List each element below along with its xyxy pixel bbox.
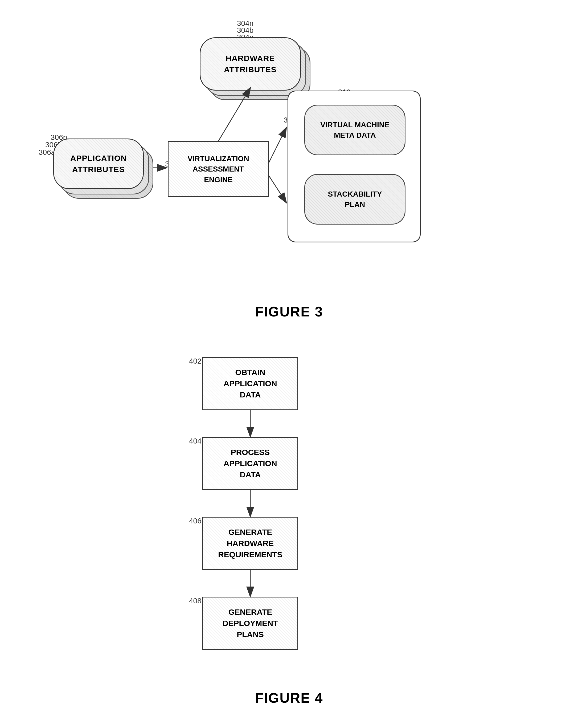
step-406-label: GENERATEHARDWAREREQUIREMENTS xyxy=(218,527,282,560)
ref-408: 408 xyxy=(189,597,201,605)
page-container: 304n 304b 304a HARDWAREATTRIBUTES 306n 3… xyxy=(0,0,578,728)
figure4-label: FIGURE 4 xyxy=(255,690,323,706)
ref-406: 406 xyxy=(189,517,201,525)
figure3-area: 304n 304b 304a HARDWAREATTRIBUTES 306n 3… xyxy=(0,11,578,330)
figure4-area: 402 OBTAINAPPLICATIONDATA 404 PROCESSAPP… xyxy=(0,346,578,717)
flow-box-408: GENERATEDEPLOYMENTPLANS xyxy=(202,597,298,650)
vm-metadata-cloud: VIRTUAL MACHINEMETA DATA xyxy=(304,105,406,155)
stackability-plan-cloud: STACKABILITYPLAN xyxy=(304,174,406,225)
application-attributes-label: APPLICATIONATTRIBUTES xyxy=(70,153,127,175)
flow-box-404: PROCESSAPPLICATIONDATA xyxy=(202,437,298,490)
step-404-label: PROCESSAPPLICATIONDATA xyxy=(223,447,277,480)
stackability-plan-label: STACKABILITYPLAN xyxy=(328,189,382,210)
flow-box-406: GENERATEHARDWAREREQUIREMENTS xyxy=(202,517,298,570)
ref-306a: 306a xyxy=(38,148,55,157)
ref-404: 404 xyxy=(189,437,201,445)
svg-line-4 xyxy=(269,128,286,162)
flow-box-402: OBTAINAPPLICATIONDATA xyxy=(202,357,298,410)
vae-box: VIRTUALIZATIONASSESSMENTENGINE xyxy=(168,141,269,197)
svg-line-5 xyxy=(269,176,286,203)
step-408-label: GENERATEDEPLOYMENTPLANS xyxy=(223,606,278,640)
step-402-label: OBTAINAPPLICATIONDATA xyxy=(223,367,277,400)
right-container: VIRTUAL MACHINEMETA DATA STACKABILITYPLA… xyxy=(287,90,421,242)
vm-metadata-label: VIRTUAL MACHINEMETA DATA xyxy=(320,120,389,140)
figure3-label: FIGURE 3 xyxy=(255,304,323,320)
hardware-attributes-label: HARDWAREATTRIBUTES xyxy=(224,53,277,75)
vae-label: VIRTUALIZATIONASSESSMENTENGINE xyxy=(187,153,249,185)
ref-402: 402 xyxy=(189,357,201,365)
